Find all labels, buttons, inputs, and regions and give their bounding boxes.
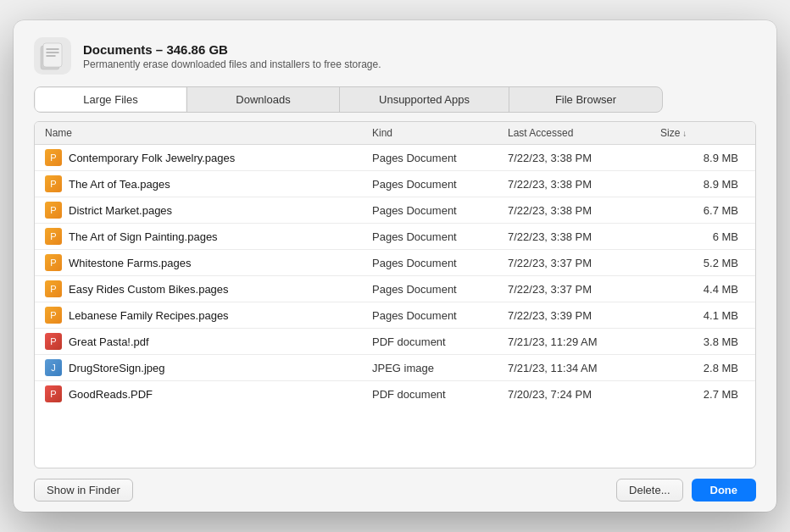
- file-icon-pages: P: [45, 280, 62, 297]
- title-text: Documents: [83, 42, 153, 57]
- file-icon-pdf: P: [45, 333, 62, 350]
- table-row[interactable]: P GoodReads.PDF PDF document 7/20/23, 7:…: [35, 381, 755, 407]
- cell-name: P The Art of Tea.pages: [45, 175, 372, 192]
- tab-downloads[interactable]: Downloads: [187, 87, 340, 112]
- delete-button[interactable]: Delete...: [616, 479, 682, 502]
- documents-icon: [34, 37, 71, 75]
- cell-name: P Great Pasta!.pdf: [45, 333, 372, 350]
- cell-kind: JPEG image: [372, 362, 508, 374]
- file-name: GoodReads.PDF: [69, 388, 153, 401]
- cell-last-accessed: 7/22/23, 3:38 PM: [508, 230, 660, 243]
- file-icon-jpeg: J: [45, 359, 62, 376]
- show-in-finder-button[interactable]: Show in Finder: [34, 479, 133, 502]
- header-text: Documents – 346.86 GB Permanently erase …: [83, 42, 381, 70]
- file-icon-pages: P: [45, 149, 62, 166]
- file-icon-pages: P: [45, 228, 62, 245]
- file-name: Contemporary Folk Jewelry.pages: [69, 152, 235, 164]
- cell-name: J DrugStoreSign.jpeg: [45, 359, 372, 376]
- cell-kind: PDF document: [372, 335, 508, 348]
- cell-kind: Pages Document: [372, 152, 508, 164]
- file-name: Lebanese Family Recipes.pages: [69, 309, 229, 322]
- cell-name: P Contemporary Folk Jewelry.pages: [45, 149, 372, 166]
- cell-last-accessed: 7/22/23, 3:37 PM: [508, 257, 660, 269]
- cell-name: P The Art of Sign Painting.pages: [45, 228, 372, 245]
- cell-size: 8.9 MB: [660, 178, 745, 191]
- file-icon-pdf: P: [45, 385, 62, 402]
- cell-kind: Pages Document: [372, 309, 508, 322]
- cell-last-accessed: 7/21/23, 11:29 AM: [508, 335, 660, 348]
- footer-right: Delete... Done: [616, 479, 756, 502]
- cell-size: 2.7 MB: [660, 388, 745, 401]
- table-header: Name Kind Last Accessed Size ↓: [35, 122, 755, 145]
- cell-last-accessed: 7/20/23, 7:24 PM: [508, 388, 660, 401]
- table-row[interactable]: J DrugStoreSign.jpeg JPEG image 7/21/23,…: [35, 355, 755, 381]
- table-row[interactable]: P Lebanese Family Recipes.pages Pages Do…: [35, 302, 755, 329]
- tab-bar: Large Files Downloads Unsupported Apps F…: [14, 86, 776, 113]
- cell-last-accessed: 7/22/23, 3:39 PM: [508, 309, 660, 322]
- cell-size: 4.1 MB: [660, 309, 745, 322]
- cell-name: P Easy Rides Custom Bikes.pages: [45, 280, 372, 297]
- cell-size: 8.9 MB: [660, 152, 745, 164]
- header-size: – 346.86 GB: [156, 42, 228, 57]
- file-icon-pages: P: [45, 202, 62, 219]
- table-row[interactable]: P Contemporary Folk Jewelry.pages Pages …: [35, 145, 755, 171]
- file-name: DrugStoreSign.jpeg: [69, 362, 164, 374]
- cell-size: 6.7 MB: [660, 204, 745, 217]
- col-header-size[interactable]: Size ↓: [660, 127, 745, 139]
- tab-file-browser[interactable]: File Browser: [509, 87, 662, 112]
- footer: Show in Finder Delete... Done: [14, 468, 776, 512]
- table-row[interactable]: P Great Pasta!.pdf PDF document 7/21/23,…: [35, 329, 755, 355]
- cell-name: P Lebanese Family Recipes.pages: [45, 307, 372, 324]
- cell-size: 4.4 MB: [660, 283, 745, 296]
- sort-arrow-icon: ↓: [682, 129, 687, 138]
- file-name: Great Pasta!.pdf: [69, 335, 149, 348]
- cell-last-accessed: 7/21/23, 11:34 AM: [508, 362, 660, 374]
- main-dialog: Documents – 346.86 GB Permanently erase …: [14, 20, 776, 512]
- tab-large-files[interactable]: Large Files: [35, 87, 187, 112]
- header: Documents – 346.86 GB Permanently erase …: [14, 20, 776, 86]
- svg-rect-2: [43, 43, 62, 67]
- file-name: Easy Rides Custom Bikes.pages: [69, 283, 229, 296]
- cell-last-accessed: 7/22/23, 3:38 PM: [508, 152, 660, 164]
- tab-bar-inner: Large Files Downloads Unsupported Apps F…: [34, 86, 663, 113]
- cell-kind: Pages Document: [372, 283, 508, 296]
- file-icon-pages: P: [45, 254, 62, 271]
- done-button[interactable]: Done: [692, 479, 757, 502]
- file-table: Name Kind Last Accessed Size ↓ P Contemp…: [34, 121, 756, 468]
- cell-kind: Pages Document: [372, 257, 508, 269]
- file-name: Whitestone Farms.pages: [69, 257, 192, 269]
- cell-size: 6 MB: [660, 230, 745, 243]
- footer-left: Show in Finder: [34, 479, 133, 502]
- cell-kind: Pages Document: [372, 178, 508, 191]
- cell-kind: Pages Document: [372, 204, 508, 217]
- file-name: District Market.pages: [69, 204, 172, 217]
- table-row[interactable]: P Easy Rides Custom Bikes.pages Pages Do…: [35, 276, 755, 302]
- col-header-last-accessed: Last Accessed: [508, 127, 660, 139]
- cell-kind: PDF document: [372, 388, 508, 401]
- col-header-name: Name: [45, 127, 372, 139]
- header-title: Documents – 346.86 GB: [83, 42, 381, 57]
- file-icon-pages: P: [45, 307, 62, 324]
- cell-name: P Whitestone Farms.pages: [45, 254, 372, 271]
- table-row[interactable]: P Whitestone Farms.pages Pages Document …: [35, 250, 755, 276]
- table-row[interactable]: P The Art of Sign Painting.pages Pages D…: [35, 224, 755, 250]
- cell-size: 3.8 MB: [660, 335, 745, 348]
- cell-kind: Pages Document: [372, 230, 508, 243]
- cell-last-accessed: 7/22/23, 3:37 PM: [508, 283, 660, 296]
- cell-name: P GoodReads.PDF: [45, 385, 372, 402]
- header-subtitle: Permanently erase downloaded files and i…: [83, 58, 381, 70]
- cell-size: 2.8 MB: [660, 362, 745, 374]
- file-name: The Art of Sign Painting.pages: [69, 230, 218, 243]
- table-body: P Contemporary Folk Jewelry.pages Pages …: [35, 145, 755, 468]
- cell-name: P District Market.pages: [45, 202, 372, 219]
- col-header-kind: Kind: [372, 127, 508, 139]
- tab-unsupported-apps[interactable]: Unsupported Apps: [340, 87, 509, 112]
- cell-last-accessed: 7/22/23, 3:38 PM: [508, 178, 660, 191]
- table-row[interactable]: P The Art of Tea.pages Pages Document 7/…: [35, 171, 755, 197]
- table-row[interactable]: P District Market.pages Pages Document 7…: [35, 197, 755, 224]
- file-name: The Art of Tea.pages: [69, 178, 170, 191]
- cell-last-accessed: 7/22/23, 3:38 PM: [508, 204, 660, 217]
- file-icon-pages: P: [45, 175, 62, 192]
- cell-size: 5.2 MB: [660, 257, 745, 269]
